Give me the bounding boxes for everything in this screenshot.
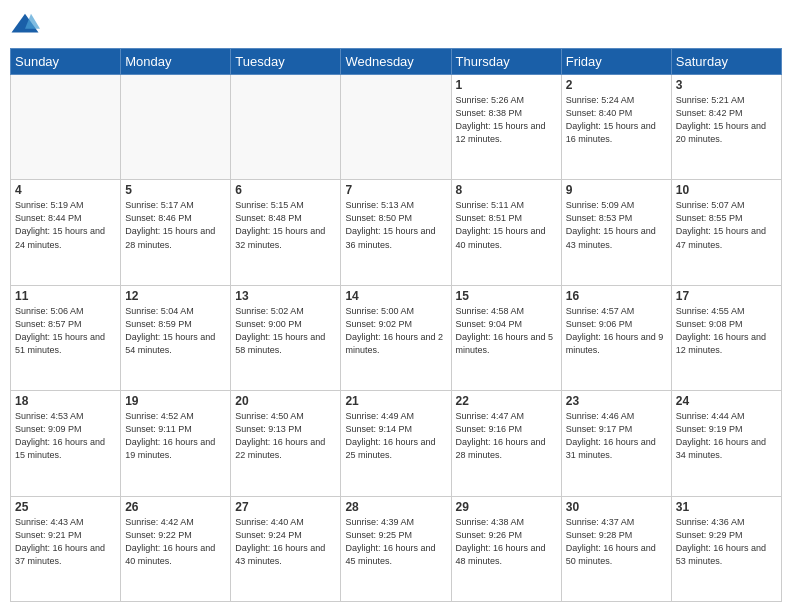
day-info: Sunrise: 5:17 AMSunset: 8:46 PMDaylight:…: [125, 199, 226, 251]
calendar-week-3: 11Sunrise: 5:06 AMSunset: 8:57 PMDayligh…: [11, 285, 782, 390]
day-number: 19: [125, 394, 226, 408]
day-number: 13: [235, 289, 336, 303]
calendar-cell: 13Sunrise: 5:02 AMSunset: 9:00 PMDayligh…: [231, 285, 341, 390]
calendar-cell: 31Sunrise: 4:36 AMSunset: 9:29 PMDayligh…: [671, 496, 781, 601]
day-info: Sunrise: 5:11 AMSunset: 8:51 PMDaylight:…: [456, 199, 557, 251]
calendar-cell: 22Sunrise: 4:47 AMSunset: 9:16 PMDayligh…: [451, 391, 561, 496]
day-info: Sunrise: 4:50 AMSunset: 9:13 PMDaylight:…: [235, 410, 336, 462]
calendar-cell: 2Sunrise: 5:24 AMSunset: 8:40 PMDaylight…: [561, 75, 671, 180]
day-number: 9: [566, 183, 667, 197]
day-number: 4: [15, 183, 116, 197]
calendar-cell: 19Sunrise: 4:52 AMSunset: 9:11 PMDayligh…: [121, 391, 231, 496]
day-number: 15: [456, 289, 557, 303]
day-number: 25: [15, 500, 116, 514]
weekday-header-thursday: Thursday: [451, 49, 561, 75]
day-number: 17: [676, 289, 777, 303]
day-info: Sunrise: 5:26 AMSunset: 8:38 PMDaylight:…: [456, 94, 557, 146]
calendar-cell: 12Sunrise: 5:04 AMSunset: 8:59 PMDayligh…: [121, 285, 231, 390]
calendar-cell: 17Sunrise: 4:55 AMSunset: 9:08 PMDayligh…: [671, 285, 781, 390]
calendar-week-5: 25Sunrise: 4:43 AMSunset: 9:21 PMDayligh…: [11, 496, 782, 601]
calendar-cell: 24Sunrise: 4:44 AMSunset: 9:19 PMDayligh…: [671, 391, 781, 496]
day-info: Sunrise: 4:55 AMSunset: 9:08 PMDaylight:…: [676, 305, 777, 357]
day-info: Sunrise: 4:47 AMSunset: 9:16 PMDaylight:…: [456, 410, 557, 462]
calendar-cell: [231, 75, 341, 180]
day-info: Sunrise: 4:42 AMSunset: 9:22 PMDaylight:…: [125, 516, 226, 568]
calendar-cell: 27Sunrise: 4:40 AMSunset: 9:24 PMDayligh…: [231, 496, 341, 601]
day-number: 23: [566, 394, 667, 408]
calendar-cell: 20Sunrise: 4:50 AMSunset: 9:13 PMDayligh…: [231, 391, 341, 496]
day-number: 12: [125, 289, 226, 303]
calendar-table: SundayMondayTuesdayWednesdayThursdayFrid…: [10, 48, 782, 602]
day-info: Sunrise: 5:07 AMSunset: 8:55 PMDaylight:…: [676, 199, 777, 251]
calendar-week-2: 4Sunrise: 5:19 AMSunset: 8:44 PMDaylight…: [11, 180, 782, 285]
calendar-cell: 1Sunrise: 5:26 AMSunset: 8:38 PMDaylight…: [451, 75, 561, 180]
calendar-cell: 11Sunrise: 5:06 AMSunset: 8:57 PMDayligh…: [11, 285, 121, 390]
logo-icon: [10, 10, 40, 40]
calendar-cell: 7Sunrise: 5:13 AMSunset: 8:50 PMDaylight…: [341, 180, 451, 285]
day-number: 2: [566, 78, 667, 92]
calendar-cell: 10Sunrise: 5:07 AMSunset: 8:55 PMDayligh…: [671, 180, 781, 285]
weekday-header-friday: Friday: [561, 49, 671, 75]
weekday-header-wednesday: Wednesday: [341, 49, 451, 75]
day-number: 1: [456, 78, 557, 92]
day-number: 7: [345, 183, 446, 197]
day-info: Sunrise: 4:40 AMSunset: 9:24 PMDaylight:…: [235, 516, 336, 568]
day-info: Sunrise: 5:04 AMSunset: 8:59 PMDaylight:…: [125, 305, 226, 357]
day-number: 10: [676, 183, 777, 197]
calendar-cell: 6Sunrise: 5:15 AMSunset: 8:48 PMDaylight…: [231, 180, 341, 285]
day-info: Sunrise: 5:06 AMSunset: 8:57 PMDaylight:…: [15, 305, 116, 357]
weekday-header-tuesday: Tuesday: [231, 49, 341, 75]
day-number: 30: [566, 500, 667, 514]
day-info: Sunrise: 5:02 AMSunset: 9:00 PMDaylight:…: [235, 305, 336, 357]
day-info: Sunrise: 5:15 AMSunset: 8:48 PMDaylight:…: [235, 199, 336, 251]
calendar-cell: 5Sunrise: 5:17 AMSunset: 8:46 PMDaylight…: [121, 180, 231, 285]
calendar-cell: 29Sunrise: 4:38 AMSunset: 9:26 PMDayligh…: [451, 496, 561, 601]
day-info: Sunrise: 5:13 AMSunset: 8:50 PMDaylight:…: [345, 199, 446, 251]
day-number: 20: [235, 394, 336, 408]
day-info: Sunrise: 4:43 AMSunset: 9:21 PMDaylight:…: [15, 516, 116, 568]
day-number: 22: [456, 394, 557, 408]
day-number: 26: [125, 500, 226, 514]
day-info: Sunrise: 4:46 AMSunset: 9:17 PMDaylight:…: [566, 410, 667, 462]
day-number: 6: [235, 183, 336, 197]
day-info: Sunrise: 4:52 AMSunset: 9:11 PMDaylight:…: [125, 410, 226, 462]
day-number: 5: [125, 183, 226, 197]
weekday-header-row: SundayMondayTuesdayWednesdayThursdayFrid…: [11, 49, 782, 75]
calendar-cell: 18Sunrise: 4:53 AMSunset: 9:09 PMDayligh…: [11, 391, 121, 496]
weekday-header-monday: Monday: [121, 49, 231, 75]
weekday-header-sunday: Sunday: [11, 49, 121, 75]
calendar-cell: 25Sunrise: 4:43 AMSunset: 9:21 PMDayligh…: [11, 496, 121, 601]
page: SundayMondayTuesdayWednesdayThursdayFrid…: [0, 0, 792, 612]
calendar-cell: 9Sunrise: 5:09 AMSunset: 8:53 PMDaylight…: [561, 180, 671, 285]
day-number: 14: [345, 289, 446, 303]
calendar-cell: 26Sunrise: 4:42 AMSunset: 9:22 PMDayligh…: [121, 496, 231, 601]
day-number: 31: [676, 500, 777, 514]
day-number: 27: [235, 500, 336, 514]
calendar-cell: 8Sunrise: 5:11 AMSunset: 8:51 PMDaylight…: [451, 180, 561, 285]
day-info: Sunrise: 4:38 AMSunset: 9:26 PMDaylight:…: [456, 516, 557, 568]
logo: [10, 10, 44, 40]
day-info: Sunrise: 5:00 AMSunset: 9:02 PMDaylight:…: [345, 305, 446, 357]
header: [10, 10, 782, 40]
calendar-week-1: 1Sunrise: 5:26 AMSunset: 8:38 PMDaylight…: [11, 75, 782, 180]
day-info: Sunrise: 4:36 AMSunset: 9:29 PMDaylight:…: [676, 516, 777, 568]
day-info: Sunrise: 4:44 AMSunset: 9:19 PMDaylight:…: [676, 410, 777, 462]
day-number: 11: [15, 289, 116, 303]
day-number: 28: [345, 500, 446, 514]
day-info: Sunrise: 4:39 AMSunset: 9:25 PMDaylight:…: [345, 516, 446, 568]
day-info: Sunrise: 4:58 AMSunset: 9:04 PMDaylight:…: [456, 305, 557, 357]
day-number: 29: [456, 500, 557, 514]
calendar-cell: 30Sunrise: 4:37 AMSunset: 9:28 PMDayligh…: [561, 496, 671, 601]
calendar-cell: 16Sunrise: 4:57 AMSunset: 9:06 PMDayligh…: [561, 285, 671, 390]
day-number: 16: [566, 289, 667, 303]
day-info: Sunrise: 4:49 AMSunset: 9:14 PMDaylight:…: [345, 410, 446, 462]
day-info: Sunrise: 5:09 AMSunset: 8:53 PMDaylight:…: [566, 199, 667, 251]
day-info: Sunrise: 4:57 AMSunset: 9:06 PMDaylight:…: [566, 305, 667, 357]
day-info: Sunrise: 4:53 AMSunset: 9:09 PMDaylight:…: [15, 410, 116, 462]
day-number: 3: [676, 78, 777, 92]
calendar-cell: [341, 75, 451, 180]
day-info: Sunrise: 5:24 AMSunset: 8:40 PMDaylight:…: [566, 94, 667, 146]
calendar-cell: 14Sunrise: 5:00 AMSunset: 9:02 PMDayligh…: [341, 285, 451, 390]
calendar-cell: 28Sunrise: 4:39 AMSunset: 9:25 PMDayligh…: [341, 496, 451, 601]
calendar-week-4: 18Sunrise: 4:53 AMSunset: 9:09 PMDayligh…: [11, 391, 782, 496]
